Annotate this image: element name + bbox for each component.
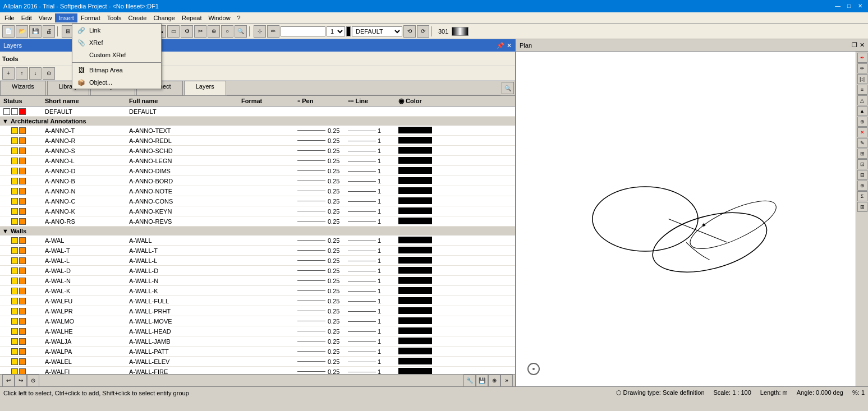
rt-btn13[interactable]: ⊕: [857, 181, 867, 191]
plan-restore-icon[interactable]: ❐: [852, 41, 857, 49]
layer-row[interactable]: A-ANNO-S A-ANNO-SCHD 0.25 1: [0, 146, 515, 156]
pen-input[interactable]: 0.25: [281, 26, 325, 36]
layer-row[interactable]: A-WALJA A-WALL-JAMB 0.25 1: [0, 336, 515, 347]
menu-item-object[interactable]: 📦 Object...: [72, 76, 161, 89]
menu-item-xref[interactable]: 📎 XRef: [72, 36, 161, 49]
layer-row[interactable]: A-WAL-D A-WALL-D 0.25 1: [0, 266, 515, 276]
layers-close-icon[interactable]: ✕: [507, 42, 512, 49]
menu-window[interactable]: Window: [205, 13, 233, 22]
rt-btn3[interactable]: |↕|: [857, 74, 867, 84]
plan-close-icon[interactable]: ✕: [860, 41, 865, 49]
layer-row[interactable]: A-WALMO A-WALL-MOVE 0.25 1: [0, 316, 515, 326]
tb-new[interactable]: 📄: [2, 25, 15, 38]
sub-tb-btn4[interactable]: ⊙: [43, 67, 55, 80]
menu-view[interactable]: View: [35, 13, 56, 22]
bottom-tb-btn4[interactable]: 🔧: [463, 375, 476, 387]
layer-row[interactable]: A-WAL A-WALL 0.25 1: [0, 235, 515, 246]
bitmap-icon: 🖼: [77, 66, 86, 75]
menu-create[interactable]: Create: [125, 13, 150, 22]
rt-btn2[interactable]: ✏: [857, 63, 867, 73]
close-button[interactable]: ✕: [856, 2, 865, 10]
layer-row[interactable]: A-WALFU A-WALL-FULL 0.25 1: [0, 296, 515, 306]
layer-row[interactable]: A-ANNO-R A-ANNO-REDL 0.25 1: [0, 136, 515, 146]
rt-btn4[interactable]: ≡: [857, 85, 867, 95]
menu-format[interactable]: Format: [77, 13, 104, 22]
section-arch-annotations[interactable]: ▼ Architectural Annotations: [0, 117, 515, 126]
tab-wizards[interactable]: Wizards: [0, 81, 46, 95]
row-status: [0, 338, 45, 345]
section-walls[interactable]: ▼ Walls: [0, 227, 515, 235]
layer-row[interactable]: A-ANO-RS A-ANNO-REVS 0.25 1: [0, 216, 515, 227]
bottom-tb-btn6[interactable]: ⊕: [488, 375, 500, 387]
target-icon[interactable]: [527, 363, 540, 375]
layer-row[interactable]: A-ANNO-C A-ANNO-CONS 0.25 1: [0, 196, 515, 206]
bottom-tb-btn1[interactable]: ↩: [2, 375, 15, 387]
menu-file[interactable]: File: [1, 13, 18, 22]
rt-btn7[interactable]: ⊕: [857, 117, 867, 127]
menu-help[interactable]: ?: [234, 13, 244, 22]
tb-btn9[interactable]: ⊕: [208, 25, 220, 38]
tb-btn11[interactable]: 🔍: [235, 25, 247, 38]
layer-row[interactable]: A-WALEL A-WALL-ELEV 0.25 1: [0, 357, 515, 367]
layer-row[interactable]: A-ANNO-N A-ANNO-NOTE 0.25 1: [0, 186, 515, 196]
rt-btn1[interactable]: ✒: [857, 53, 867, 63]
layer-row[interactable]: A-WAL-N A-WALL-N 0.25 1: [0, 276, 515, 286]
layer-row[interactable]: A-WAL-K A-WALL-K 0.25 1: [0, 286, 515, 296]
tb-btn12[interactable]: ⊹: [254, 25, 266, 38]
tb-btn14[interactable]: ⟲: [403, 25, 416, 38]
bottom-tb-btn3[interactable]: ⊙: [27, 375, 39, 387]
sub-tb-btn3[interactable]: ↓: [29, 67, 42, 80]
tb-btn6[interactable]: ▭: [167, 25, 180, 38]
bottom-tb-btn2[interactable]: ↪: [15, 375, 27, 387]
layer-row[interactable]: A-WALFI A-WALL-FIRE 0.25 1: [0, 367, 515, 374]
tab-search-btn[interactable]: 🔍: [502, 82, 514, 94]
tb-print[interactable]: 🖨: [43, 25, 55, 38]
layer-row[interactable]: A-WALPA A-WALL-PATT 0.25 1: [0, 347, 515, 357]
tab-layers[interactable]: Layers: [184, 81, 226, 95]
minimize-button[interactable]: —: [833, 2, 842, 10]
plan-canvas[interactable]: ✦: [516, 52, 868, 386]
layer-row[interactable]: A-WAL-L A-WALL-L 0.25 1: [0, 256, 515, 266]
tb-save[interactable]: 💾: [29, 25, 42, 38]
menu-change[interactable]: Change: [150, 13, 178, 22]
rt-btn9[interactable]: ✎: [857, 138, 867, 148]
tb-btn10[interactable]: ○: [221, 25, 233, 38]
color-select[interactable]: DEFAULT: [352, 26, 402, 36]
layer-row[interactable]: A-ANNO-D A-ANNO-DIMS 0.25 1: [0, 166, 515, 176]
bottom-tb-btn7[interactable]: »: [500, 375, 513, 387]
sub-tb-btn1[interactable]: +: [2, 67, 15, 80]
bottom-tb-btn5[interactable]: 💾: [476, 375, 488, 387]
layer-row[interactable]: A-WALHE A-WALL-HEAD 0.25 1: [0, 326, 515, 336]
layer-row[interactable]: A-ANNO-B A-ANNO-BORD 0.25 1: [0, 176, 515, 186]
sub-tb-btn2[interactable]: ↑: [16, 67, 28, 80]
menu-tools[interactable]: Tools: [104, 13, 125, 22]
layers-pin-icon[interactable]: 📌: [497, 42, 504, 49]
menu-item-link[interactable]: 🔗 Link: [72, 24, 161, 36]
rt-btn11[interactable]: ⊡: [857, 159, 867, 169]
rt-btn10[interactable]: ⊞: [857, 149, 867, 159]
layer-row[interactable]: A-ANNO-T A-ANNO-TEXT 0.25 1: [0, 126, 515, 136]
rt-btn5[interactable]: △: [857, 95, 867, 105]
rt-btn14[interactable]: Σ: [857, 191, 867, 201]
rt-btn8[interactable]: ✕: [857, 127, 867, 137]
layer-row[interactable]: A-ANNO-L A-ANNO-LEGN 0.25 1: [0, 156, 515, 166]
layer-row[interactable]: A-WALPR A-WALL-PRHT 0.25 1: [0, 306, 515, 316]
rt-btn6[interactable]: ▲: [857, 106, 867, 116]
menu-repeat[interactable]: Repeat: [178, 13, 205, 22]
layer-row-default[interactable]: DEFAULT DEFAULT: [0, 107, 515, 117]
rt-btn12[interactable]: ⊟: [857, 170, 867, 180]
line-select[interactable]: 1: [327, 26, 345, 36]
menu-insert[interactable]: Insert: [55, 13, 77, 22]
tb-btn15[interactable]: ⟳: [417, 25, 429, 38]
menu-item-custom-xref[interactable]: Custom XRef: [72, 49, 161, 61]
tb-btn8[interactable]: ✂: [194, 25, 206, 38]
tb-btn7[interactable]: ⚙: [181, 25, 193, 38]
tb-open[interactable]: 📂: [16, 25, 28, 38]
maximize-button[interactable]: □: [844, 2, 853, 10]
tb-btn13[interactable]: ✏: [267, 25, 279, 38]
menu-edit[interactable]: Edit: [18, 13, 35, 22]
menu-item-bitmap[interactable]: 🖼 Bitmap Area: [72, 64, 161, 76]
layer-row[interactable]: A-ANNO-K A-ANNO-KEYN 0.25 1: [0, 206, 515, 216]
layer-row[interactable]: A-WAL-T A-WALL-T 0.25 1: [0, 246, 515, 256]
rt-btn15[interactable]: ⊞: [857, 202, 867, 212]
